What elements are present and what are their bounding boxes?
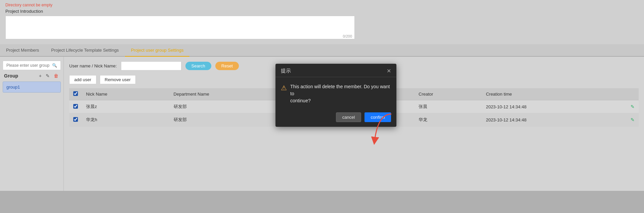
group-title: Group [4, 73, 18, 78]
header-creator: Creator [415, 88, 482, 100]
tabs-bar: Project Members Project Lifecycle Templa… [0, 44, 644, 57]
group-search-input[interactable] [6, 63, 50, 68]
modal-footer: cancel confirm [275, 109, 396, 127]
group-item-group1[interactable]: group1 [3, 82, 61, 93]
cell-edit: ✎ [627, 113, 639, 126]
cell-nick-name: 张晨z [82, 100, 170, 113]
cell-creator: 华龙 [415, 113, 482, 126]
add-group-icon[interactable]: + [38, 73, 43, 79]
row-checkbox-cell [69, 100, 82, 113]
confirm-modal: 提示 ✕ ⚠ This action will delete the membe… [275, 64, 396, 127]
cell-creation-time: 2023-10-12 14:34:48 [482, 113, 627, 126]
cell-edit: ✎ [627, 100, 639, 113]
row-checkbox-0[interactable] [73, 104, 78, 109]
delete-group-icon[interactable]: 🗑 [53, 73, 59, 79]
modal-message-line1: This action will delete the member. Do y… [290, 84, 390, 96]
row-checkbox-cell [69, 113, 82, 126]
modal-body: ⚠ This action will delete the member. Do… [275, 77, 396, 109]
char-count: 0/200 [343, 34, 352, 38]
top-section: Directory cannot be empty Project Introd… [0, 0, 644, 44]
filter-label: User name / Nick Name: [69, 63, 117, 68]
row-checkbox-1[interactable] [73, 117, 78, 122]
modal-close-button[interactable]: ✕ [387, 68, 391, 74]
modal-message: This action will delete the member. Do y… [290, 83, 391, 104]
reset-button[interactable]: Reset [215, 62, 239, 70]
edit-row-icon[interactable]: ✎ [631, 117, 635, 122]
cell-creation-time: 2023-10-12 14:34:48 [482, 100, 627, 113]
warning-icon: ⚠ [281, 84, 287, 92]
tab-members[interactable]: Project Members [0, 44, 45, 57]
project-intro-textarea[interactable] [5, 16, 355, 39]
textarea-wrapper: 0/200 [5, 16, 355, 40]
header-nick-name: Nick Name [82, 88, 170, 100]
select-all-checkbox[interactable] [73, 91, 78, 96]
tab-lifecycle[interactable]: Project Lifecycle Template Settings [45, 44, 125, 57]
sidebar-search-box[interactable]: 🔍 [3, 61, 61, 70]
edit-group-icon[interactable]: ✎ [45, 73, 51, 79]
error-text: Directory cannot be empty [5, 3, 639, 7]
cancel-button[interactable]: cancel [336, 112, 361, 122]
group-action-icons: + ✎ 🗑 [38, 73, 59, 79]
header-creation-time: Creation time [482, 88, 627, 100]
username-filter-input[interactable] [121, 61, 181, 70]
add-user-button[interactable]: add user [69, 75, 96, 84]
confirm-button[interactable]: confirm [364, 112, 391, 122]
project-intro-label: Project Introduction [5, 9, 639, 14]
sidebar: 🔍 Group + ✎ 🗑 group1 [0, 57, 64, 191]
search-icon: 🔍 [52, 63, 57, 68]
cell-nick-name: 华龙h [82, 113, 170, 126]
group-header: Group + ✎ 🗑 [3, 73, 61, 79]
remove-user-button[interactable]: Remove user [100, 75, 136, 84]
modal-header: 提示 ✕ [275, 64, 396, 77]
modal-title: 提示 [281, 68, 291, 74]
tab-usergroup[interactable]: Project user group Settings [125, 44, 190, 57]
search-button[interactable]: Search [185, 62, 211, 70]
modal-message-line2: continue? [290, 98, 311, 103]
header-action [627, 88, 639, 100]
edit-row-icon[interactable]: ✎ [631, 104, 635, 109]
cell-creator: 张晨 [415, 100, 482, 113]
header-checkbox-cell [69, 88, 82, 100]
